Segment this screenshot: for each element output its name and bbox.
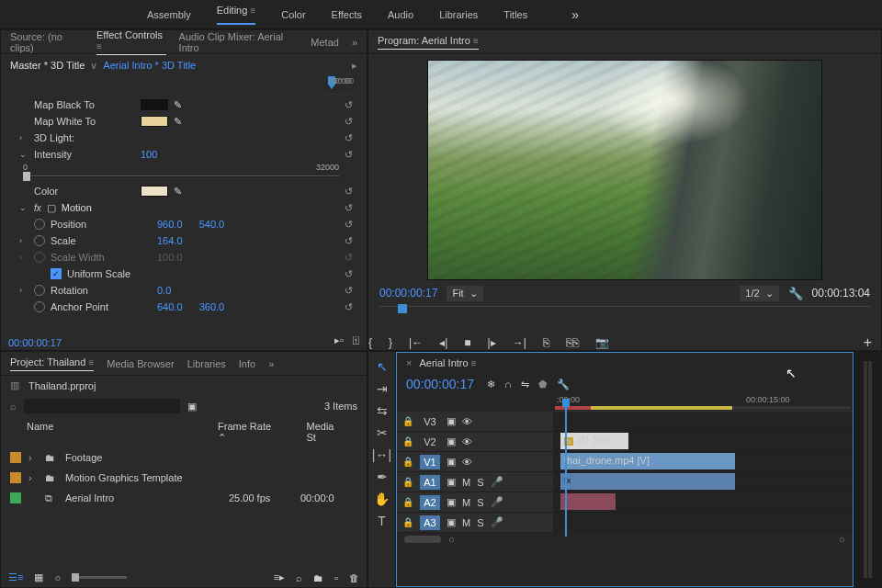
go-out-icon[interactable]: →| <box>513 336 526 349</box>
expand-icon[interactable]: › <box>19 286 28 295</box>
zoom-slider[interactable] <box>72 576 127 579</box>
h-scroll[interactable] <box>404 536 441 543</box>
reset-icon[interactable]: ↺ <box>345 301 357 313</box>
search-input[interactable] <box>24 399 180 413</box>
clip-3d-title[interactable]: fx 3D Title <box>560 433 628 449</box>
project-item-mogrt[interactable]: ›🖿Motion Graphics Template <box>1 468 367 488</box>
mic-icon[interactable]: 🎤 <box>491 476 503 488</box>
settings-icon[interactable]: 🔧 <box>557 379 570 390</box>
anchor-y[interactable]: 360.0 <box>199 301 225 312</box>
toggle-output-icon[interactable]: ▣ <box>447 415 456 427</box>
collapse-icon[interactable]: ⌄ <box>19 150 28 159</box>
lock-icon[interactable]: 🔒 <box>402 436 413 447</box>
reset-icon[interactable]: ↺ <box>345 149 357 161</box>
anchor-x[interactable]: 640.0 <box>157 301 183 312</box>
intensity-value[interactable]: 100 <box>141 149 157 160</box>
color-swatch[interactable] <box>141 186 168 197</box>
scale-value[interactable]: 164.0 <box>157 235 183 246</box>
reset-icon[interactable]: ↺ <box>345 99 357 111</box>
new-bin-icon[interactable]: 🖿 <box>313 572 323 583</box>
tab-metadata[interactable]: Metad <box>311 37 339 48</box>
expand-icon[interactable]: › <box>19 133 28 142</box>
track-v3[interactable]: 🔒V3▣👁 <box>397 412 853 432</box>
icon-view-icon[interactable]: ▦ <box>34 571 43 583</box>
pen-tool-icon[interactable]: ✒ <box>377 469 388 484</box>
eyedropper-icon[interactable]: ✎ <box>174 186 182 198</box>
ws-menu-icon[interactable]: ≡ <box>250 6 255 16</box>
find-icon[interactable]: ⌕ <box>296 572 302 583</box>
col-framerate[interactable]: Frame Rate ⌃ <box>218 421 274 444</box>
reset-icon[interactable]: ↺ <box>345 132 357 144</box>
mark-out-icon[interactable]: } <box>389 336 392 349</box>
track-a3[interactable]: 🔒A3▣MS🎤 <box>397 513 853 533</box>
label-color[interactable] <box>10 492 21 503</box>
snap-icon[interactable]: ❄ <box>487 379 495 390</box>
reset-icon[interactable]: ↺ <box>345 186 357 198</box>
program-ruler[interactable] <box>379 306 870 326</box>
step-back-icon[interactable]: ◂| <box>439 336 447 349</box>
toggle-output-icon[interactable]: ▣ <box>447 496 456 508</box>
ws-effects[interactable]: Effects <box>332 9 362 20</box>
toggle-output-icon[interactable]: ▣ <box>447 516 456 528</box>
ec-timecode[interactable]: 00:00:00:17 <box>8 337 62 348</box>
keyframe-toggle[interactable] <box>34 219 45 230</box>
toggle-output-icon[interactable]: ▣ <box>447 456 456 468</box>
lift-icon[interactable]: ⎘ <box>543 336 549 349</box>
program-tc-left[interactable]: 00:00:00:17 <box>379 287 437 300</box>
mic-icon[interactable]: 🎤 <box>491 516 503 528</box>
mark-in-icon[interactable]: { <box>368 336 372 349</box>
reset-icon[interactable]: ↺ <box>345 285 357 297</box>
tab-source[interactable]: Source: (no clips) <box>10 31 84 53</box>
lock-icon[interactable]: 🔒 <box>402 477 413 487</box>
tab-audio-mixer[interactable]: Audio Clip Mixer: Aerial Intro <box>179 31 299 53</box>
new-item-icon[interactable]: ▫ <box>334 572 338 583</box>
track-v1[interactable]: 🔒V1▣👁thai_drone.mp4 [V] <box>397 452 853 472</box>
timeline-settings-icon[interactable]: ○ <box>839 534 845 545</box>
tab-libraries[interactable]: Libraries <box>187 358 226 369</box>
timeline-ruler[interactable]: :00:00 00:00:15:00 <box>553 395 853 412</box>
reset-icon[interactable]: ↺ <box>345 116 357 128</box>
zoom-dropdown[interactable]: 1/2⌄ <box>740 286 778 301</box>
toggle-output-icon[interactable]: ▣ <box>447 435 456 447</box>
intensity-slider[interactable]: 0 32000 <box>6 163 367 183</box>
lock-icon[interactable]: 🔒 <box>402 416 413 426</box>
eyedropper-icon[interactable]: ✎ <box>174 116 182 128</box>
tab-info[interactable]: Info <box>239 358 255 369</box>
toggle-output-icon[interactable]: ▣ <box>447 476 456 488</box>
slip-tool-icon[interactable]: |↔| <box>372 447 391 462</box>
lock-icon[interactable]: 🔒 <box>402 457 413 467</box>
track-a1[interactable]: 🔒A1▣MS🎤fx <box>397 472 853 492</box>
freeform-view-icon[interactable]: ○ <box>54 572 61 583</box>
clip-label[interactable]: Aerial Intro * 3D Title <box>103 60 196 71</box>
tab-effect-controls[interactable]: Effect Controls ≡ <box>96 29 166 55</box>
col-name[interactable]: Name <box>27 421 185 444</box>
track-v2[interactable]: 🔒V2▣👁fx 3D Title <box>397 432 853 452</box>
search-icon[interactable]: ⌕ <box>10 401 17 412</box>
lock-icon[interactable]: 🔒 <box>402 517 413 527</box>
project-item-footage[interactable]: ›🖿Footage <box>1 447 367 468</box>
magnet-icon[interactable]: ∩ <box>504 379 512 390</box>
ripple-tool-icon[interactable]: ⇆ <box>377 403 388 418</box>
keyframe-toggle[interactable] <box>34 301 45 312</box>
mic-icon[interactable]: 🎤 <box>491 496 503 508</box>
lock-icon[interactable]: 🔒 <box>402 497 413 507</box>
ws-assembly[interactable]: Assembly <box>147 9 191 20</box>
position-y[interactable]: 540.0 <box>199 219 225 230</box>
track-select-tool-icon[interactable]: ⇥ <box>377 381 388 396</box>
expand-icon[interactable]: › <box>28 452 38 463</box>
ws-overflow-icon[interactable]: » <box>571 7 579 22</box>
keyframe-toggle[interactable] <box>34 285 45 296</box>
rotation-value[interactable]: 0.0 <box>157 285 171 296</box>
button-editor-icon[interactable]: + <box>864 334 872 351</box>
ws-libraries[interactable]: Libraries <box>439 9 478 20</box>
position-x[interactable]: 960.0 <box>157 219 183 230</box>
play-icon[interactable]: |▸ <box>488 336 496 349</box>
tabs-overflow-icon[interactable]: » <box>268 358 274 369</box>
map-black-swatch[interactable] <box>141 99 168 110</box>
tab-project[interactable]: Project: Thailand ≡ <box>10 356 94 371</box>
timeline-tc[interactable]: 00:00:00:17 <box>406 377 474 391</box>
clip-audio-linked[interactable]: fx <box>560 473 735 490</box>
marker-icon[interactable]: ⬟ <box>538 379 548 390</box>
tab-program[interactable]: Program: Aerial Intro ≡ <box>378 35 479 50</box>
tabs-overflow-icon[interactable]: » <box>352 37 357 48</box>
